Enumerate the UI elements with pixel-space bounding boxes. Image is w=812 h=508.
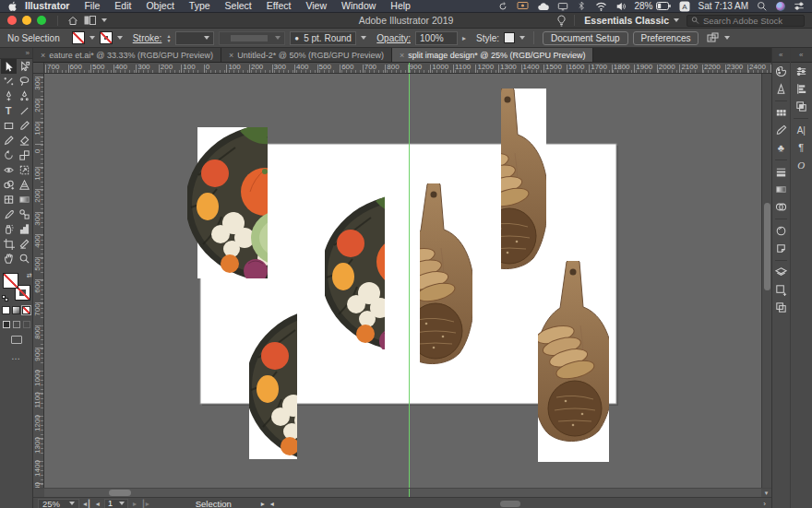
panel-symbols-button[interactable]: ♣	[772, 139, 790, 157]
workspace-switcher[interactable]: Essentials Classic	[574, 15, 679, 26]
column-graph-tool[interactable]	[17, 221, 32, 236]
preferences-button[interactable]: Preferences	[633, 31, 699, 45]
magic-wand-tool[interactable]	[1, 74, 17, 89]
panel-character-button[interactable]: A|	[791, 122, 812, 139]
artboard-tool[interactable]	[1, 236, 17, 251]
document-setup-button[interactable]: Document Setup	[543, 31, 628, 45]
canvas-viewport[interactable]	[44, 74, 761, 488]
last-artboard-button[interactable]: ┃▸	[141, 500, 149, 508]
horizontal-scrollbar-track[interactable]	[44, 489, 761, 497]
gradient-tool[interactable]	[17, 192, 32, 207]
style-swatch[interactable]	[504, 32, 515, 43]
scroll-down-arrow-icon[interactable]: ▾	[761, 489, 771, 497]
bread-piece-bottom[interactable]	[533, 259, 614, 462]
vertical-ruler[interactable]: 3002001000100200300400500600700800900100…	[33, 74, 44, 488]
scroll-left-arrow-icon[interactable]: ◂	[270, 500, 274, 508]
status-bluetooth[interactable]	[577, 1, 587, 11]
statusbar-scroll-track[interactable]	[281, 499, 756, 508]
dock-expand-button-1[interactable]: «	[772, 48, 790, 63]
opacity-expand-icon[interactable]: ▸	[462, 34, 466, 42]
dock-expand-button-2[interactable]: «	[791, 48, 812, 63]
mesh-tool[interactable]	[1, 192, 17, 207]
status-display[interactable]: Selection	[196, 499, 232, 508]
panel-color-button[interactable]	[772, 63, 790, 80]
vertical-scrollbar-thumb[interactable]	[764, 203, 770, 290]
blend-tool[interactable]	[17, 207, 32, 221]
brush-chevron-icon[interactable]	[361, 36, 366, 40]
document-tab-1[interactable]: ×eature et.ai* @ 33.33% (RGB/GPU Preview…	[33, 48, 221, 62]
panel-swatches-button[interactable]	[772, 104, 790, 122]
status-wifi[interactable]	[595, 2, 607, 11]
panel-appearance-button[interactable]	[772, 222, 790, 240]
menu-help[interactable]: Help	[383, 0, 418, 12]
menu-effect[interactable]: Effect	[259, 0, 299, 12]
panel-gradient-panel-button[interactable]	[772, 181, 790, 198]
next-artboard-button[interactable]: ▸	[133, 500, 137, 508]
document-tab-2[interactable]: ×Untitled-2* @ 50% (RGB/GPU Preview)	[221, 48, 392, 62]
shape-builder-tool[interactable]	[1, 177, 17, 192]
curvature-tool[interactable]	[17, 89, 32, 103]
eraser-tool[interactable]	[17, 133, 32, 148]
gradient-button[interactable]	[12, 306, 20, 314]
panel-graphic-styles-button[interactable]	[772, 240, 790, 257]
panel-pathfinder-button[interactable]	[791, 98, 812, 115]
panel-properties-button[interactable]	[791, 63, 812, 80]
tab-close-icon[interactable]: ×	[400, 51, 404, 60]
arrange-documents-icon[interactable]	[84, 16, 96, 25]
scroll-end-arrow-icon[interactable]: ›	[763, 500, 770, 508]
tab-close-icon[interactable]: ×	[229, 51, 233, 60]
minimize-window-button[interactable]	[22, 16, 31, 25]
hand-tool[interactable]	[1, 251, 17, 266]
stroke-weight-label[interactable]: Stroke:	[133, 33, 162, 43]
opacity-label[interactable]: Opacity:	[376, 33, 411, 43]
arrange-documents-chevron-icon[interactable]	[102, 18, 107, 22]
draw-normal-button[interactable]	[3, 321, 10, 328]
search-input[interactable]	[703, 16, 800, 26]
statusbar-scroll-thumb[interactable]	[500, 501, 520, 507]
stroke-weight-field[interactable]	[175, 31, 214, 45]
zoom-level-dropdown[interactable]: 25%	[38, 499, 79, 508]
first-artboard-button[interactable]: ◂┃	[83, 500, 91, 508]
tab-close-icon[interactable]: ×	[41, 51, 45, 60]
slice-tool[interactable]	[17, 236, 32, 251]
panel-paragraph-button[interactable]: ¶	[791, 139, 812, 157]
scroll-right-arrow-icon[interactable]: ▸	[261, 500, 265, 508]
status-screen-mirroring[interactable]	[517, 1, 529, 11]
pencil-tool[interactable]	[1, 133, 17, 148]
panel-options-chevron-icon[interactable]	[724, 36, 730, 40]
status-control-center[interactable]	[794, 1, 805, 12]
line-segment-tool[interactable]	[17, 103, 32, 118]
close-window-button[interactable]	[7, 16, 17, 25]
panel-brushes-button[interactable]	[772, 122, 790, 139]
menu-edit[interactable]: Edit	[107, 0, 138, 12]
edit-toolbar-ellipsis[interactable]: …	[11, 351, 21, 361]
status-battery[interactable]: 28%	[635, 1, 671, 11]
rectangle-tool[interactable]	[1, 118, 17, 133]
status-clock[interactable]: Sat 7:13 AM	[699, 1, 748, 11]
status-sync[interactable]	[497, 1, 508, 12]
status-volume[interactable]	[615, 1, 627, 12]
swap-fill-stroke-icon[interactable]: ⇄	[27, 272, 32, 279]
home-icon[interactable]	[67, 16, 78, 26]
artboard-number-field[interactable]: 1	[104, 499, 128, 508]
document-tab-3[interactable]: ×split image design* @ 25% (RGB/GPU Prev…	[392, 48, 593, 62]
stroke-swatch[interactable]	[100, 31, 113, 44]
menu-illustrator[interactable]: Illustrator	[18, 0, 77, 12]
stroke-weight-stepper[interactable]: ▲▼	[166, 31, 171, 45]
stroke-weight-chevron-icon[interactable]	[204, 36, 209, 40]
selection-tool[interactable]	[1, 59, 17, 74]
menu-view[interactable]: View	[298, 0, 334, 12]
fill-chevron-icon[interactable]	[90, 36, 95, 40]
lasso-tool[interactable]	[17, 74, 32, 89]
previous-artboard-button[interactable]: ◂	[96, 500, 100, 508]
panel-asset-export-button[interactable]	[772, 299, 790, 316]
status-spotlight[interactable]	[757, 1, 768, 12]
panel-layers-button[interactable]	[772, 264, 790, 281]
rotate-tool[interactable]	[1, 148, 17, 162]
panel-color-guide-button[interactable]	[772, 80, 790, 98]
horizontal-ruler[interactable]: 7006005004003002001000100200300400500600…	[44, 63, 771, 74]
zoom-window-button[interactable]	[37, 16, 46, 25]
panel-align-button[interactable]	[791, 80, 812, 98]
vertical-scrollbar[interactable]	[761, 74, 771, 488]
fill-color-well[interactable]	[3, 273, 18, 289]
